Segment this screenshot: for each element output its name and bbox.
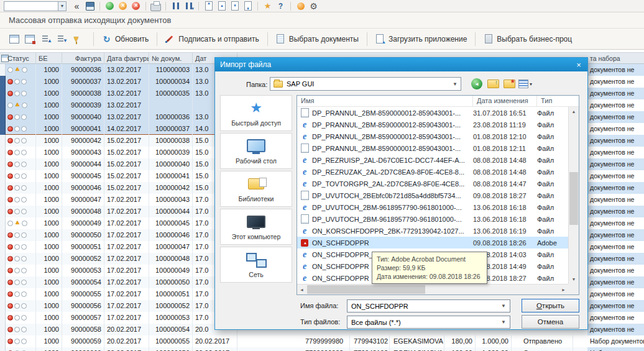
horizontal-scrollbar[interactable]: ◄ ►: [297, 284, 568, 294]
chevron-down-icon[interactable]: ▼: [501, 303, 506, 309]
row-selector[interactable]: [0, 347, 6, 351]
scroll-left-icon[interactable]: ◄: [297, 285, 306, 294]
file-row[interactable]: DP_REZRUZAK_2AL-2D7C8EA9-8F0E-4CE8-8...0…: [297, 166, 568, 178]
table-row[interactable]: 10009000005920.02.201710000005520.02.201…: [0, 335, 644, 347]
row-selector[interactable]: [0, 253, 6, 265]
row-selector[interactable]: [0, 265, 6, 276]
find-next-icon[interactable]: [183, 1, 195, 11]
col-header-type[interactable]: Тип: [537, 96, 579, 106]
command-field[interactable]: [4, 1, 58, 11]
col-header-set-date[interactable]: та набора: [587, 53, 644, 64]
toolbar-button-docs[interactable]: Выбрать документы: [274, 32, 361, 46]
page-next-icon[interactable]: [229, 1, 241, 11]
layout-icon[interactable]: [7, 34, 21, 44]
open-button[interactable]: Открыть: [522, 299, 579, 312]
place-item-computer[interactable]: Этот компьютер: [220, 209, 292, 245]
place-item-star[interactable]: Быстрый доступ: [220, 95, 292, 131]
exit-icon[interactable]: [130, 1, 142, 11]
row-selector[interactable]: [0, 241, 6, 253]
new-folder-icon[interactable]: [502, 77, 516, 91]
col-header-invoice[interactable]: Фактура: [62, 53, 104, 64]
toolbar-button-refresh[interactable]: Обновить: [99, 32, 151, 46]
place-item-network[interactable]: Сеть: [220, 247, 292, 283]
sort-icon[interactable]: [39, 34, 52, 44]
row-selector[interactable]: [0, 206, 6, 217]
file-row[interactable]: DP_PRANNUL_2BM-8590000012-859043001-...2…: [297, 119, 568, 130]
row-selector[interactable]: [0, 147, 6, 158]
page-first-icon[interactable]: [203, 1, 214, 11]
scroll-up-icon[interactable]: ▲: [569, 107, 579, 116]
file-row[interactable]: DP_REZRUISP_2AL-D67C0E1C-DCC7-44EF-A...0…: [297, 154, 568, 166]
page-prev-icon[interactable]: [216, 1, 228, 11]
filename-combobox[interactable]: ON_SCHFDOPPR ▼: [347, 299, 510, 312]
row-selector[interactable]: [0, 99, 6, 111]
toolbar-button-sign[interactable]: Подписать и отправить: [163, 32, 261, 46]
row-selector[interactable]: [0, 135, 6, 147]
filter-icon[interactable]: [54, 34, 67, 44]
row-selector[interactable]: [0, 76, 6, 88]
row-selector[interactable]: [0, 312, 6, 324]
row-selector[interactable]: [0, 335, 6, 347]
shortcut-icon[interactable]: [262, 1, 274, 11]
dialog-title-bar[interactable]: Импорт файла ×: [215, 58, 587, 71]
close-icon[interactable]: ×: [573, 60, 584, 70]
file-row[interactable]: DP_PRANNUL_2BM-8590000012-859043001-...3…: [297, 107, 568, 119]
row-selector[interactable]: [0, 170, 6, 182]
col-header-date[interactable]: Дата изменения: [473, 96, 537, 106]
status-icon[interactable]: [295, 1, 306, 11]
double-chevron-icon[interactable]: [71, 1, 83, 11]
row-selector[interactable]: [0, 276, 6, 288]
row-selector[interactable]: [0, 288, 6, 300]
file-row[interactable]: ON_KORSCHFDOPPR_2BK-7729139042-1027...13…: [297, 225, 568, 237]
print-icon[interactable]: [150, 1, 162, 11]
row-selector[interactable]: [0, 300, 6, 312]
row-selector[interactable]: [0, 64, 6, 76]
cancel-button[interactable]: Отмена: [522, 315, 579, 329]
row-selector[interactable]: [0, 111, 6, 123]
views-icon[interactable]: [518, 77, 532, 91]
scroll-right-icon[interactable]: ►: [559, 285, 568, 294]
back-icon[interactable]: [470, 77, 484, 91]
filetype-combobox[interactable]: Все файлы (*.*) ▼: [347, 316, 510, 329]
file-row[interactable]: ON_SCHFDOPPR09.08.2018 18:26Adobe: [297, 237, 568, 248]
save-icon[interactable]: [84, 1, 96, 11]
find-icon[interactable]: [170, 1, 182, 11]
up-folder-icon[interactable]: [486, 77, 500, 91]
scrollbar-thumb[interactable]: [307, 285, 425, 294]
cancel-icon[interactable]: [117, 1, 129, 11]
file-row[interactable]: DP_UVUTOCH_2BM-9618957790-961801000-...1…: [297, 201, 568, 213]
file-row[interactable]: DP_PRANNUL_2BM-8590000012-859043001-...0…: [297, 130, 568, 142]
folder-combobox[interactable]: SAP GUI ▼: [270, 77, 461, 91]
gear-icon[interactable]: [308, 1, 320, 11]
file-row[interactable]: DP_TOVTORGPR_2AL-2D7C8EA9-8F0E-4CE8...08…: [297, 178, 568, 189]
toolbar-button-upload[interactable]: Загрузить приложение: [373, 32, 469, 46]
table-row[interactable]: 10009000006020.02.201710000005620.02.201…: [0, 347, 644, 351]
row-selector[interactable]: [0, 158, 6, 170]
chevron-down-icon[interactable]: ▼: [501, 319, 506, 325]
scrollbar-thumb[interactable]: [569, 172, 578, 225]
col-header-status[interactable]: Статус: [6, 53, 36, 64]
row-selector[interactable]: [0, 123, 6, 135]
ok-icon[interactable]: [104, 1, 116, 11]
col-header-invoice-date[interactable]: Дата фактуры: [104, 53, 149, 64]
command-dropdown-icon[interactable]: ▼: [58, 1, 67, 11]
place-item-desktop[interactable]: Рабочий стол: [220, 133, 292, 169]
help-icon[interactable]: [275, 1, 287, 11]
row-selector[interactable]: [0, 324, 6, 335]
row-selector[interactable]: [0, 229, 6, 241]
funnel-icon[interactable]: [70, 34, 83, 44]
scroll-down-icon[interactable]: ▼: [569, 275, 579, 284]
export-icon[interactable]: [23, 34, 36, 44]
file-row[interactable]: DP_UVUTOCH_2BM-9618957790-961801000-...1…: [297, 213, 568, 225]
vertical-scrollbar[interactable]: ▲ ▼: [568, 107, 579, 284]
chevron-down-icon[interactable]: ▼: [453, 81, 458, 87]
col-header-doc-no[interactable]: № докум.: [149, 53, 193, 64]
row-selector[interactable]: [0, 194, 6, 206]
row-selector[interactable]: [0, 182, 6, 194]
toolbar-button-bizproc[interactable]: Выбрать бизнес-проц: [481, 32, 574, 46]
file-row[interactable]: DP_PRANNUL_2BM-8590000012-859043001-...0…: [297, 142, 568, 154]
row-selector[interactable]: [0, 88, 6, 99]
page-last-icon[interactable]: [242, 1, 254, 11]
col-header-be[interactable]: БЕ: [36, 53, 62, 64]
file-row[interactable]: DP_UVUTOCH_2BEbfc0b721d85a4dd8bf5734...0…: [297, 189, 568, 201]
